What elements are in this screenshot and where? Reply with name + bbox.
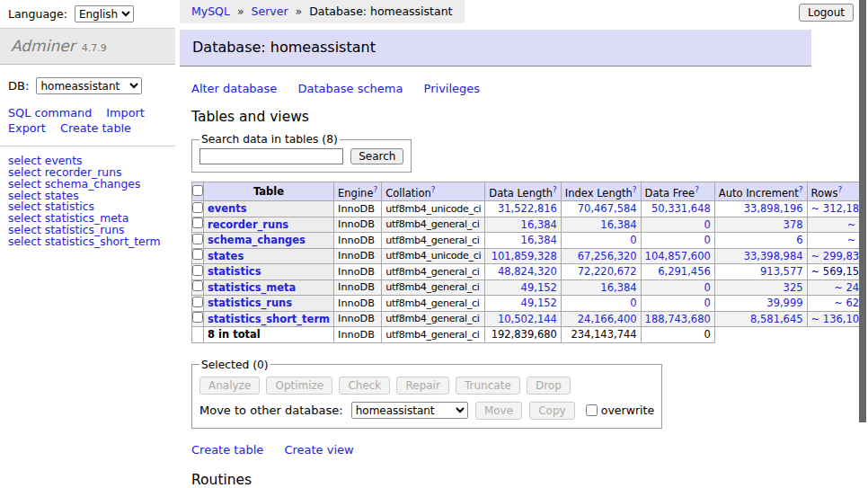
auto-increment-link[interactable]: 33,398,984 (719, 250, 803, 262)
search-input[interactable] (199, 148, 343, 164)
row-checkbox[interactable] (192, 217, 203, 228)
help-link[interactable]: ? (553, 185, 557, 194)
scrollbar-thumb[interactable] (859, 0, 866, 422)
data-length-link[interactable]: 16,384 (489, 234, 557, 246)
data-free-link[interactable]: 188,743,680 (645, 313, 711, 325)
analyze-button[interactable]: Analyze (199, 377, 260, 395)
repair-button[interactable]: Repair (396, 377, 448, 395)
table-name-link[interactable]: statistics (208, 265, 261, 278)
data-length-link[interactable]: 10,502,144 (489, 313, 557, 325)
auto-increment-link[interactable]: 6 (719, 234, 803, 246)
row-checkbox[interactable] (192, 297, 203, 307)
help-link[interactable]: ? (633, 185, 637, 194)
logout-button[interactable]: Logout (799, 4, 854, 22)
auto-increment-link[interactable]: 33,898,196 (719, 202, 803, 215)
help-link[interactable]: ? (431, 185, 436, 194)
data-free-link[interactable]: 50,331,648 (645, 202, 711, 215)
rows-count-link[interactable]: ~ 3 (811, 234, 866, 246)
row-checkbox[interactable] (192, 234, 203, 244)
column-header-collation: Collation? (382, 182, 485, 201)
rows-count-link[interactable]: ~ 299,833 (811, 250, 866, 262)
alter-database-link[interactable]: Alter database (191, 82, 277, 95)
totals-engine: InnoDB (334, 327, 382, 343)
scrollbar-track[interactable] (859, 0, 868, 488)
data-length-link[interactable]: 48,824,320 (489, 265, 557, 278)
optimize-button[interactable]: Optimize (266, 377, 332, 395)
rows-count-link[interactable]: ~ 312,180 (811, 202, 866, 215)
db-select[interactable]: homeassistant (36, 77, 142, 94)
table-name-link[interactable]: states (208, 250, 244, 262)
table-name-link[interactable]: statistics_runs (208, 297, 292, 309)
rows-count-link[interactable]: ~ 5 (811, 218, 866, 231)
rows-count-link[interactable]: ~ 244 (811, 281, 866, 294)
data-length-link[interactable]: 101,859,328 (489, 250, 557, 262)
index-length-link[interactable]: 16,384 (565, 218, 637, 231)
help-link[interactable]: ? (373, 185, 377, 194)
table-name-link[interactable]: events (208, 202, 247, 215)
rows-count-link[interactable]: ~ 136,108 (811, 313, 866, 325)
row-checkbox[interactable] (192, 312, 203, 323)
create-table-link[interactable]: Create table (191, 443, 263, 457)
drop-button[interactable]: Drop (527, 377, 571, 395)
row-checkbox[interactable] (192, 265, 203, 276)
table-name-link[interactable]: recorder_runs (208, 218, 288, 231)
index-length-link[interactable]: 24,166,400 (565, 313, 637, 325)
move-button[interactable]: Move (475, 402, 522, 420)
auto-increment-link[interactable]: 8,581,645 (719, 313, 803, 325)
index-length-link[interactable]: 16,384 (565, 281, 637, 294)
privileges-link[interactable]: Privileges (424, 82, 481, 95)
index-length-link[interactable]: 67,256,320 (565, 250, 637, 262)
engine-cell: InnoDB (334, 233, 382, 249)
sidebar-export-link[interactable]: Export (8, 121, 46, 135)
help-link[interactable]: ? (695, 185, 699, 194)
database-schema-link[interactable]: Database schema (298, 82, 403, 95)
data-free-link[interactable]: 0 (645, 218, 711, 231)
data-length-link[interactable]: 31,522,816 (489, 202, 557, 215)
row-checkbox[interactable] (192, 249, 203, 260)
table-name-link[interactable]: statistics_short_term (208, 313, 330, 325)
truncate-button[interactable]: Truncate (456, 377, 520, 395)
row-checkbox[interactable] (192, 202, 203, 213)
copy-button[interactable]: Copy (529, 402, 574, 420)
select-all-checkbox[interactable] (192, 185, 203, 196)
auto-increment-link[interactable]: 913,577 (719, 265, 803, 278)
rows-count-link[interactable]: ~ 569,159 (811, 265, 866, 278)
data-free-link[interactable]: 0 (645, 281, 711, 294)
sidebar-create-table-link[interactable]: Create table (60, 121, 131, 135)
check-button[interactable]: Check (339, 377, 390, 395)
index-length-link[interactable]: 72,220,672 (565, 265, 637, 278)
help-link[interactable]: ? (799, 185, 803, 194)
data-free-link[interactable]: 0 (645, 297, 711, 309)
auto-increment-link[interactable]: 325 (719, 281, 803, 294)
data-length-link[interactable]: 49,152 (489, 297, 557, 309)
move-database-select[interactable]: homeassistant (351, 402, 468, 419)
search-button[interactable]: Search (350, 148, 403, 164)
data-free-link[interactable]: 104,857,600 (645, 250, 711, 262)
engine-cell: InnoDB (334, 311, 382, 327)
sidebar-select-statistics-short-term-link[interactable]: select statistics_short_term (8, 236, 167, 248)
breadcrumb-server-link[interactable]: Server (252, 4, 288, 18)
breadcrumb-mysql-link[interactable]: MySQL (191, 4, 230, 18)
table-name-link[interactable]: statistics_meta (208, 281, 296, 294)
engine-cell: InnoDB (334, 217, 382, 233)
table-name-link[interactable]: schema_changes (208, 234, 306, 246)
language-select[interactable]: English (75, 5, 134, 22)
sidebar-import-link[interactable]: Import (106, 106, 144, 120)
row-checkbox[interactable] (192, 280, 203, 291)
data-free-link[interactable]: 0 (645, 234, 711, 246)
data-length-link[interactable]: 49,152 (489, 281, 557, 294)
overwrite-option: overwrite (586, 404, 654, 417)
data-length-link[interactable]: 16,384 (489, 218, 557, 231)
totals-data-length: 192,839,680 (485, 327, 562, 343)
auto-increment-link[interactable]: 378 (719, 218, 803, 231)
rows-count-link[interactable]: ~ 628 (811, 297, 866, 309)
overwrite-checkbox[interactable] (586, 404, 598, 416)
auto-increment-link[interactable]: 39,999 (719, 297, 803, 309)
index-length-link[interactable]: 0 (565, 297, 637, 309)
data-free-link[interactable]: 6,291,456 (645, 265, 711, 278)
sidebar-sql-command-link[interactable]: SQL command (8, 106, 92, 120)
help-link[interactable]: ? (837, 185, 842, 194)
index-length-link[interactable]: 0 (565, 234, 637, 246)
index-length-link[interactable]: 70,467,584 (565, 202, 637, 215)
create-view-link[interactable]: Create view (284, 443, 353, 457)
